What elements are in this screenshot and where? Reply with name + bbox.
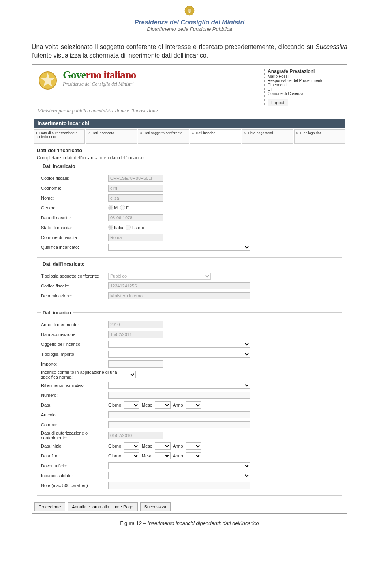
ti-label: Tipologia importo:: [41, 352, 108, 357]
crest-icon: [36, 69, 60, 92]
df-g-text: Giorno: [108, 454, 121, 458]
comma-input[interactable]: [108, 421, 250, 428]
da-input[interactable]: [108, 331, 163, 338]
tsc-select[interactable]: Pubblico: [108, 273, 211, 280]
rn-select[interactable]: [108, 382, 250, 389]
doc-header: Presidenza del Consiglio dei Ministri Di…: [0, 0, 379, 34]
genere-label: Genere:: [41, 205, 108, 210]
df-m-select[interactable]: [155, 452, 171, 459]
cn-label: Comune di nascita:: [41, 235, 108, 240]
cn-input[interactable]: [108, 234, 163, 241]
du-select[interactable]: [108, 462, 250, 469]
anno-text: Anno: [173, 403, 183, 407]
cf2-input[interactable]: [108, 282, 250, 289]
cognome-input[interactable]: [108, 185, 163, 192]
icn-select[interactable]: [120, 371, 136, 378]
is-label: Incarico saldato:: [41, 473, 108, 478]
step-6[interactable]: 6. Riepilogo dati: [294, 129, 345, 144]
note-input[interactable]: [108, 482, 250, 489]
sn-it-text: Italia: [114, 225, 123, 230]
dac-label: Data di autorizzazione o conferimento:: [41, 431, 108, 440]
brand-word-3: liano: [114, 69, 136, 81]
block1-title: Dati dell'incaricato: [37, 147, 345, 153]
sn-estero-radio[interactable]: Estero: [126, 225, 144, 230]
info-user: Mario Rossi: [268, 74, 343, 78]
anno-select[interactable]: [186, 401, 201, 409]
step-4[interactable]: 4. Dati incarico: [190, 129, 241, 144]
next-button[interactable]: Successiva: [140, 502, 171, 511]
di-label: Data inizio:: [41, 444, 108, 448]
app-screenshot: Governo italiano Presidenza del Consigli…: [32, 64, 347, 514]
qi-select[interactable]: [108, 244, 250, 251]
anno-input[interactable]: [108, 321, 163, 328]
doc-body: Una volta selezionato il soggetto confer…: [0, 43, 379, 60]
rn-label: Riferimento normativo:: [41, 383, 108, 388]
den-input[interactable]: [108, 292, 250, 299]
legend-1: Dati incaricato: [41, 164, 77, 169]
info-title: Anagrafe Prestazioni: [268, 69, 343, 74]
step-5[interactable]: 5. Lista pagamenti: [242, 129, 293, 144]
imp-input[interactable]: [108, 360, 163, 368]
cf-input[interactable]: [108, 175, 163, 182]
di-m-select[interactable]: [155, 442, 171, 450]
cf2-label: Codice fiscale:: [41, 284, 108, 288]
info-role: Responsabile del Procedimento Dipendenti: [268, 78, 343, 87]
da-label: Data acquisizione:: [41, 332, 108, 337]
doc-header-subtitle: Dipartimento della Funzione Pubblica: [0, 26, 379, 32]
di-g-text: Giorno: [108, 444, 121, 448]
anno-label: Anno di riferimento:: [41, 322, 108, 327]
oi-select[interactable]: [108, 341, 250, 348]
dac-input[interactable]: [108, 432, 163, 439]
fieldset-dati-conferente: Dati dell'incaricato Tipologia soggetto …: [37, 261, 342, 306]
num-input[interactable]: [108, 392, 250, 399]
art-input[interactable]: [108, 411, 250, 418]
df-g-select[interactable]: [124, 452, 139, 459]
ti-select[interactable]: [108, 351, 250, 358]
cognome-label: Cognome:: [41, 186, 108, 190]
num-label: Numero:: [41, 393, 108, 398]
app-header: Governo italiano Presidenza del Consigli…: [32, 65, 347, 108]
block1-sub: Completare i dati dell'incaricato e i da…: [37, 155, 345, 161]
giorno-text: Giorno: [108, 403, 121, 407]
brand: Governo italiano Presidenza del Consigli…: [36, 69, 264, 106]
block-incaricato: Dati dell'incaricato Completare i dati d…: [34, 147, 345, 496]
genere-f-text: F: [126, 205, 129, 210]
genere-f-radio[interactable]: F: [120, 205, 129, 210]
step-1[interactable]: 1. Data di autorizzazione o conferimento: [34, 129, 85, 144]
dn-input[interactable]: [108, 214, 163, 221]
sn-italia-radio[interactable]: Italia: [108, 225, 123, 230]
di-a-select[interactable]: [186, 442, 201, 450]
qi-label: Qualifica incaricato:: [41, 245, 108, 250]
fieldset-dati-incarico: Dati incarico Anno di riferimento: Data …: [37, 310, 342, 496]
dn-label: Data di nascita:: [41, 215, 108, 220]
di-g-select[interactable]: [124, 442, 139, 450]
figure-caption: Figura 12 – Inserimento incarichi dipend…: [0, 520, 379, 526]
df-label: Data fine:: [41, 454, 108, 458]
note-label: Note (max 500 caratteri):: [41, 483, 108, 488]
sn-es-text: Estero: [131, 225, 144, 230]
tagline: Ministero per la pubblica amministrazion…: [32, 108, 347, 117]
info-org2: Comune di Cosenza: [268, 91, 343, 96]
giorno-select[interactable]: [124, 401, 139, 409]
app-title: Governo italiano Presidenza del Consigli…: [63, 69, 136, 87]
logout-button[interactable]: Logout: [268, 99, 288, 106]
den-label: Denominazione:: [41, 293, 108, 298]
intro-text-2: l'utente visualizza la schermata di inse…: [32, 52, 208, 59]
nome-input[interactable]: [108, 194, 163, 202]
df-a-select[interactable]: [186, 452, 201, 459]
step-3[interactable]: 3. Dati soggetto conferente: [138, 129, 189, 144]
is-select[interactable]: [108, 472, 250, 479]
data-label: Data:: [41, 403, 108, 407]
prev-button[interactable]: Precedente: [34, 502, 65, 511]
brand-sub: Presidenza del Consiglio dei Ministri: [63, 81, 136, 87]
cancel-button[interactable]: Annulla e torna alla Home Page: [68, 502, 137, 511]
step-2[interactable]: 2. Dati incaricato: [86, 129, 137, 144]
caption-text: Inserimento incarichi dipendenti: dati d…: [148, 520, 259, 526]
brand-word-2: rno ita: [86, 69, 114, 81]
comma-label: Comma:: [41, 422, 108, 427]
user-info: Anagrafe Prestazioni Mario Rossi Respons…: [264, 69, 343, 106]
genere-m-radio[interactable]: M: [108, 205, 118, 210]
tsc-label: Tipologia soggetto conferente:: [41, 274, 108, 278]
wizard-steps: 1. Data di autorizzazione o conferimento…: [34, 129, 345, 144]
mese-select[interactable]: [155, 401, 171, 409]
